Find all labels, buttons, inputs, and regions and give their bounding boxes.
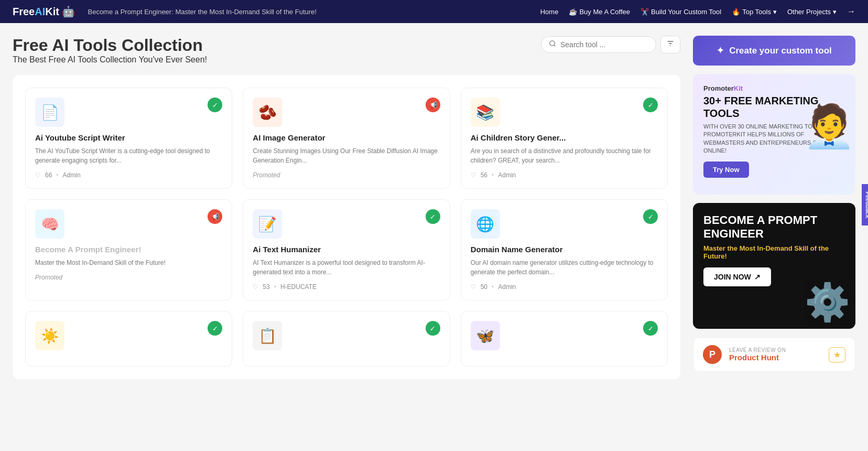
badge-0: ✓ (208, 98, 222, 112)
chevron-down-icon-2: ▾ (833, 8, 837, 16)
author-4: H-EDUCATE (280, 283, 317, 291)
likes-count-5: 50 (481, 283, 487, 291)
tool-icon-b0: ☀️ (35, 321, 64, 350)
home-link[interactable]: Home (540, 8, 559, 16)
tool-card-children-story[interactable]: 📚 ✓ Ai Children Story Gener... Are you i… (461, 88, 668, 189)
heart-icon-2: ♡ (471, 171, 476, 179)
custom-tool-link[interactable]: ✂️ Build Your Custom Tool (641, 8, 721, 16)
other-projects-link[interactable]: Other Projects ▾ (787, 8, 837, 16)
heart-icon-0: ♡ (35, 171, 41, 179)
create-tool-button[interactable]: ✦ Create your custom tool (693, 36, 855, 66)
badge-4: ✓ (426, 209, 440, 224)
tool-title-3: Become A Prompt Engineer! (35, 245, 222, 254)
tool-card-text-humanizer[interactable]: 📝 ✓ Ai Text Humanizer AI Text Humanizer … (243, 199, 450, 300)
join-label: JOIN NOW (714, 273, 751, 281)
coffee-link[interactable]: ☕ Buy Me A Coffee (569, 8, 630, 16)
card-header-5: 🌐 ✓ (471, 209, 658, 239)
create-tool-label: Create your custom tool (729, 46, 832, 56)
badge-b0: ✓ (208, 321, 222, 336)
promo-try-button[interactable]: Try Now (703, 162, 749, 178)
card-footer-2: ♡ 56 • Admin (471, 171, 658, 179)
dark-promo-title: BECOME A PROMPT ENGINEER (703, 213, 845, 241)
tool-card-domain-generator[interactable]: 🌐 ✓ Domain Name Generator Our AI domain … (461, 199, 668, 300)
tool-card-bottom-1[interactable]: 📋 ✓ (243, 311, 450, 367)
tool-card-youtube-script[interactable]: 📄 ✓ Ai Youtube Script Writer The AI YouT… (25, 88, 232, 189)
card-footer-5: ♡ 50 • Admin (471, 283, 658, 291)
search-icon (549, 40, 556, 49)
tool-icon-b1: 📋 (253, 321, 282, 350)
card-footer-4: ♡ 53 • H-EDUCATE (253, 283, 440, 291)
feedback-tab[interactable]: Feedback (862, 184, 868, 225)
top-tools-link[interactable]: 🔥 Top Tools ▾ (732, 8, 777, 16)
site-logo[interactable]: FreeAIKit 🤖 (13, 5, 75, 18)
card-footer-3: Promoted (35, 274, 222, 281)
promoted-label-3: Promoted (35, 274, 62, 281)
tool-card-prompt-engineer[interactable]: 🧠 📢 Become A Prompt Engineer! Master the… (25, 199, 232, 300)
page-title: Free AI Tools Collection (13, 36, 528, 55)
promoted-label-1: Promoted (253, 171, 280, 179)
card-header-0: 📄 ✓ (35, 98, 222, 127)
tool-desc-0: The AI YouTube Script Writer is a cuttin… (35, 146, 222, 165)
author-5: Admin (498, 283, 516, 291)
product-hunt-card[interactable]: P LEAVE A REVIEW ON Product Hunt ★ (693, 337, 855, 372)
tool-title-4: Ai Text Humanizer (253, 245, 440, 254)
tool-desc-5: Our AI domain name generator utilizes cu… (471, 258, 658, 277)
wand-icon: ✦ (717, 45, 724, 56)
product-hunt-logo: P (703, 345, 722, 364)
tool-icon-5: 🌐 (471, 209, 500, 239)
badge-1: 📢 (426, 98, 440, 112)
tools-grid: 📄 ✓ Ai Youtube Script Writer The AI YouT… (25, 88, 668, 300)
ph-title: Product Hunt (729, 353, 821, 362)
prompt-engineer-promo-card: BECOME A PROMPT ENGINEER Master the Most… (693, 203, 855, 329)
tool-icon-b2: 🦋 (471, 321, 500, 350)
promo-figure: 🧑‍💼 (798, 79, 855, 174)
author-2: Admin (498, 171, 516, 179)
card-header-3: 🧠 📢 (35, 209, 222, 239)
hero-text: Free AI Tools Collection The Best Free A… (13, 36, 528, 65)
bottom-tools-row: ☀️ ✓ 📋 ✓ 🦋 ✓ (25, 311, 668, 367)
card-header-1: 🫘 📢 (253, 98, 440, 127)
badge-5: ✓ (643, 209, 658, 224)
tool-title-1: AI Image Generator (253, 133, 440, 142)
fire-icon: 🔥 (732, 8, 740, 16)
tool-desc-2: Are you in search of a distinctive and p… (471, 146, 658, 165)
tool-card-bottom-2[interactable]: 🦋 ✓ (461, 311, 668, 367)
card-header-4: 📝 ✓ (253, 209, 440, 239)
card-footer-1: Promoted (253, 171, 440, 179)
search-input[interactable] (560, 40, 648, 49)
tool-title-2: Ai Children Story Gener... (471, 133, 658, 142)
promoterkit-card: PromoterKit 30+ FREE MARKETING TOOLS WIT… (693, 74, 855, 195)
heart-icon-4: ♡ (253, 283, 258, 291)
filter-button[interactable] (660, 36, 680, 53)
dot-sep-2: • (492, 171, 494, 179)
card-header-2: 📚 ✓ (471, 98, 658, 127)
tool-desc-1: Create Stunning Images Using Our Free St… (253, 146, 440, 165)
hero-subtitle: The Best Free AI Tools Collection You've… (13, 55, 528, 65)
tool-card-bottom-0[interactable]: ☀️ ✓ (25, 311, 232, 367)
card-footer-0: ♡ 66 • Admin (35, 171, 222, 179)
likes-count-2: 56 (481, 171, 487, 179)
navbar: FreeAIKit 🤖 Become a Prompt Engineer: Ma… (0, 0, 868, 23)
badge-b1: ✓ (426, 321, 440, 336)
tool-icon-1: 🫘 (253, 98, 282, 127)
svg-point-0 (550, 41, 555, 46)
hero-row: Free AI Tools Collection The Best Free A… (13, 36, 680, 65)
card-header-b1: 📋 ✓ (253, 321, 440, 350)
scissors-icon: ✂️ (641, 8, 649, 16)
chevron-down-icon: ▾ (773, 8, 777, 16)
tool-icon-0: 📄 (35, 98, 64, 127)
card-header-b0: ☀️ ✓ (35, 321, 222, 350)
badge-b2: ✓ (643, 321, 658, 336)
coffee-icon: ☕ (569, 8, 577, 16)
openai-logo-icon: ⚙️ (805, 281, 850, 324)
main-content: Free AI Tools Collection The Best Free A… (13, 36, 680, 379)
tool-desc-3: Master the Most In-Demand Skill of the F… (35, 258, 222, 267)
tool-icon-4: 📝 (253, 209, 282, 239)
tool-card-image-generator[interactable]: 🫘 📢 AI Image Generator Create Stunning I… (243, 88, 450, 189)
login-button[interactable]: → (847, 7, 855, 16)
dark-promo-button[interactable]: JOIN NOW ↗ (703, 267, 771, 286)
dot-sep-4: • (274, 283, 276, 291)
dark-promo-subtitle: Master the Most In-Demand Skill of the F… (703, 244, 845, 260)
navbar-links: Home ☕ Buy Me A Coffee ✂️ Build Your Cus… (540, 7, 855, 16)
search-wrapper (541, 36, 656, 53)
